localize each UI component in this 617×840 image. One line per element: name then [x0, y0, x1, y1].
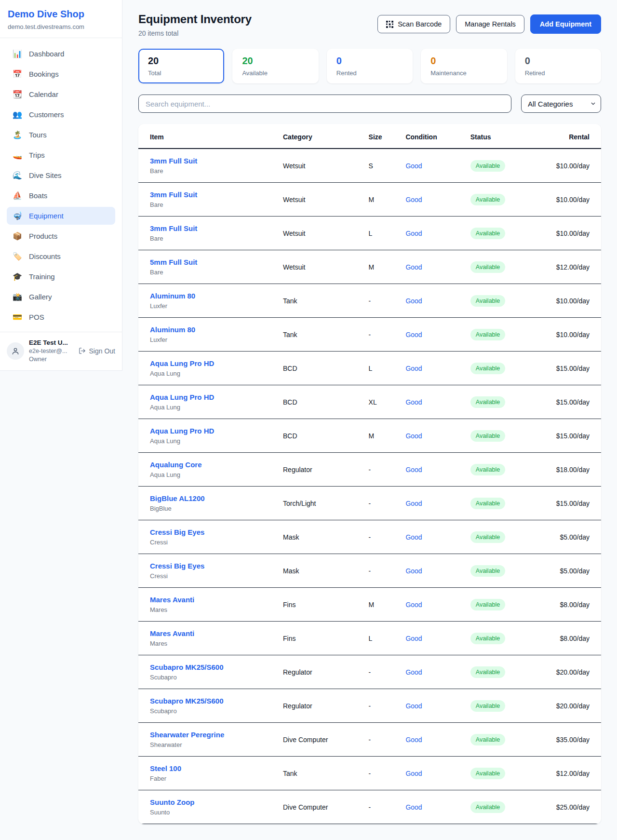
- stat-value: 20: [148, 55, 215, 67]
- item-name-link[interactable]: Aluminum 80: [150, 325, 271, 334]
- item-name-link[interactable]: 3mm Full Suit: [150, 224, 271, 232]
- sidebar-item-pos[interactable]: 💳 POS: [7, 308, 115, 326]
- condition-link[interactable]: Good: [405, 567, 422, 575]
- stat-card-rented[interactable]: 0 Rented: [327, 49, 413, 83]
- table-row: Aqua Lung Pro HD Aqua Lung BCD M Good Av…: [138, 419, 601, 453]
- stat-card-available[interactable]: 20 Available: [232, 49, 318, 83]
- header-actions: Scan Barcode Manage Rentals Add Equipmen…: [377, 13, 601, 34]
- condition-link[interactable]: Good: [405, 230, 422, 237]
- sidebar-item-products[interactable]: 📦 Products: [7, 227, 115, 245]
- condition-link[interactable]: Good: [405, 196, 422, 203]
- sidebar-item-label: Equipment: [29, 212, 64, 220]
- condition-link[interactable]: Good: [405, 635, 422, 642]
- desk-calendar-icon: 📆: [13, 90, 22, 99]
- stat-value: 0: [336, 55, 403, 67]
- condition-link[interactable]: Good: [405, 365, 422, 372]
- condition-link[interactable]: Good: [405, 297, 422, 305]
- condition-link[interactable]: Good: [405, 601, 422, 609]
- brand-block: Demo Dive Shop demo.test.divestreams.com: [0, 0, 122, 38]
- item-brand: Cressi: [150, 539, 271, 546]
- sidebar-item-gallery[interactable]: 📸 Gallery: [7, 288, 115, 306]
- sidebar-item-training[interactable]: 🎓 Training: [7, 268, 115, 285]
- item-category: Fins: [277, 622, 363, 655]
- add-equipment-label: Add Equipment: [540, 20, 591, 28]
- condition-link[interactable]: Good: [405, 702, 422, 710]
- item-name-link[interactable]: Mares Avanti: [150, 629, 271, 637]
- item-name-link[interactable]: Mares Avanti: [150, 596, 271, 604]
- item-category: Tank: [277, 757, 363, 790]
- stat-card-retired[interactable]: 0 Retired: [515, 49, 601, 83]
- condition-link[interactable]: Good: [405, 331, 422, 339]
- condition-link[interactable]: Good: [405, 432, 422, 440]
- item-name-link[interactable]: Shearwater Peregrine: [150, 731, 271, 739]
- item-name-link[interactable]: Aqua Lung Pro HD: [150, 393, 271, 401]
- sidebar-item-label: Dive Sites: [29, 171, 62, 179]
- item-size: -: [363, 790, 400, 824]
- sidebar-item-dive-sites[interactable]: 🌊 Dive Sites: [7, 166, 115, 184]
- condition-link[interactable]: Good: [405, 263, 422, 271]
- table-row: Aqua Lung Pro HD Aqua Lung BCD XL Good A…: [138, 385, 601, 419]
- condition-link[interactable]: Good: [405, 533, 422, 541]
- sidebar-item-tours[interactable]: 🏝️ Tours: [7, 126, 115, 144]
- sidebar-item-label: Products: [29, 232, 57, 240]
- rental-price: $35.00/day: [534, 723, 601, 757]
- item-name-link[interactable]: Aqualung Core: [150, 461, 271, 469]
- category-select[interactable]: All Categories: [521, 95, 601, 113]
- stat-value: 0: [525, 55, 591, 67]
- manage-rentals-button[interactable]: Manage Rentals: [456, 15, 524, 33]
- condition-link[interactable]: Good: [405, 466, 422, 474]
- item-brand: Bare: [150, 269, 271, 276]
- filter-row: All Categories: [138, 95, 601, 113]
- sidebar-item-customers[interactable]: 👥 Customers: [7, 106, 115, 123]
- condition-link[interactable]: Good: [405, 668, 422, 676]
- rental-price: $15.00/day: [534, 385, 601, 419]
- search-input[interactable]: [138, 95, 511, 113]
- sidebar-nav: 📊 Dashboard 📅 Bookings 📆 Calendar 👥 Cust…: [0, 38, 122, 332]
- condition-link[interactable]: Good: [405, 398, 422, 406]
- sidebar-item-discounts[interactable]: 🏷️ Discounts: [7, 247, 115, 265]
- item-name-link[interactable]: Suunto Zoop: [150, 798, 271, 806]
- user-name: E2E Test U...: [29, 339, 74, 346]
- stat-card-total[interactable]: 20 Total: [138, 49, 224, 83]
- table-row: Scubapro MK25/S600 Scubapro Regulator - …: [138, 655, 601, 689]
- add-equipment-button[interactable]: Add Equipment: [530, 14, 601, 34]
- item-name-link[interactable]: 5mm Full Suit: [150, 258, 271, 266]
- item-brand: Mares: [150, 606, 271, 613]
- item-name-link[interactable]: BigBlue AL1200: [150, 494, 271, 502]
- condition-link[interactable]: Good: [405, 500, 422, 507]
- item-size: M: [363, 250, 400, 284]
- sidebar-item-bookings[interactable]: 📅 Bookings: [7, 65, 115, 83]
- avatar: [7, 342, 24, 360]
- item-name-link[interactable]: Aluminum 80: [150, 292, 271, 300]
- sidebar-item-dashboard[interactable]: 📊 Dashboard: [7, 45, 115, 63]
- item-name-link[interactable]: Scubapro MK25/S600: [150, 697, 271, 705]
- rental-price: $10.00/day: [534, 318, 601, 352]
- category-select-wrap: All Categories: [521, 95, 601, 113]
- condition-link[interactable]: Good: [405, 162, 422, 170]
- item-name-link[interactable]: Cressi Big Eyes: [150, 528, 271, 536]
- item-name-link[interactable]: Steel 100: [150, 764, 271, 772]
- table-row: 3mm Full Suit Bare Wetsuit S Good Availa…: [138, 149, 601, 183]
- condition-link[interactable]: Good: [405, 770, 422, 777]
- item-name-link[interactable]: Scubapro MK25/S600: [150, 663, 271, 671]
- item-category: Wetsuit: [277, 149, 363, 183]
- condition-link[interactable]: Good: [405, 736, 422, 744]
- sidebar-item-boats[interactable]: ⛵ Boats: [7, 187, 115, 204]
- sidebar-item-equipment[interactable]: 🤿 Equipment: [7, 207, 115, 225]
- rental-price: $10.00/day: [534, 284, 601, 318]
- stat-card-maintenance[interactable]: 0 Maintenance: [421, 49, 507, 83]
- condition-link[interactable]: Good: [405, 803, 422, 811]
- sidebar-item-calendar[interactable]: 📆 Calendar: [7, 85, 115, 103]
- sign-out-button[interactable]: Sign Out: [79, 347, 115, 355]
- sidebar-item-label: Customers: [29, 110, 64, 119]
- item-name-link[interactable]: 3mm Full Suit: [150, 190, 271, 199]
- sidebar-item-trips[interactable]: 🚤 Trips: [7, 146, 115, 164]
- scan-barcode-button[interactable]: Scan Barcode: [377, 15, 450, 33]
- status-badge: Available: [470, 430, 506, 442]
- item-name-link[interactable]: Aqua Lung Pro HD: [150, 427, 271, 435]
- item-name-link[interactable]: Cressi Big Eyes: [150, 562, 271, 570]
- item-name-link[interactable]: 3mm Full Suit: [150, 157, 271, 165]
- sidebar-item-label: Calendar: [29, 90, 58, 98]
- item-name-link[interactable]: Aqua Lung Pro HD: [150, 359, 271, 367]
- item-brand: Scubapro: [150, 707, 271, 715]
